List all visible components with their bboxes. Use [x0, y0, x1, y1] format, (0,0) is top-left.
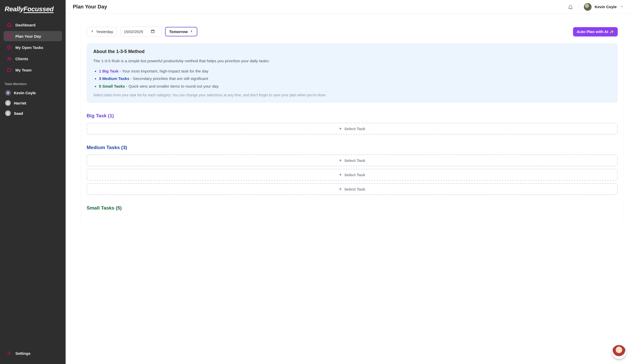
svg-point-1 — [7, 46, 11, 49]
sidebar-item-my-open-tasks[interactable]: My Open Tasks — [4, 42, 62, 53]
divider — [578, 3, 579, 11]
avatar — [5, 90, 11, 96]
user-name: Kevin Coyle — [595, 5, 617, 9]
app-logo: ReallyFocussed — [5, 5, 61, 13]
plus-icon: + — [339, 126, 342, 131]
section-title: Small Tasks (5) — [87, 205, 618, 211]
sidebar: ReallyFocussed Dashboard Plan Your Day M… — [0, 0, 66, 364]
page-title: Plan Your Day — [73, 4, 107, 10]
info-rest: - Your most important, high-impact task … — [118, 69, 208, 73]
check-circle-icon — [7, 45, 12, 50]
select-task-slot[interactable]: + Select Task — [87, 183, 618, 195]
big-task-section: Big Task (1) + Select Task — [87, 113, 618, 134]
button-label: Yesterday — [96, 29, 113, 34]
slot-label: Select Task — [344, 187, 365, 191]
svg-point-5 — [7, 112, 9, 113]
sidebar-item-label: Settings — [15, 351, 30, 356]
date-input[interactable]: 15/02/2025 — [120, 27, 161, 37]
svg-rect-0 — [7, 35, 11, 38]
info-intro: The 1-3-5 Rule is a simple but powerful … — [93, 58, 611, 64]
section-title: Big Task (1) — [87, 113, 618, 119]
users-icon — [7, 56, 12, 61]
member-name: Saad — [14, 111, 23, 116]
svg-point-3 — [10, 58, 11, 59]
info-list: 1 Big Task - Your most important, high-i… — [99, 67, 611, 90]
svg-point-6 — [9, 353, 10, 354]
sidebar-item-settings[interactable]: Settings — [4, 348, 62, 358]
medium-tasks-section: Medium Tasks (3) + Select Task + Select … — [87, 145, 618, 195]
info-footer: Select tasks from your task list for eac… — [93, 93, 611, 97]
gear-icon — [7, 351, 12, 356]
member-name: Kevin Coyle — [14, 91, 36, 95]
logo-part1: Really — [5, 5, 24, 13]
date-value: 15/02/2025 — [124, 29, 143, 34]
team-member-harriet[interactable]: Harriet — [4, 99, 62, 107]
team-member-saad[interactable]: Saad — [4, 109, 62, 118]
avatar — [584, 3, 592, 11]
list-item: 5 Small Tasks - Quick wins and smaller i… — [99, 82, 611, 90]
info-panel: About the 1-3-5 Method The 1-3-5 Rule is… — [87, 43, 618, 103]
chevron-right-icon — [190, 29, 193, 34]
small-tasks-section: Small Tasks (5) — [87, 205, 618, 211]
team-member-kevin[interactable]: Kevin Coyle — [4, 88, 62, 97]
help-assistant-button[interactable] — [612, 345, 626, 359]
info-title: About the 1-3-5 Method — [93, 49, 611, 54]
sidebar-item-label: Clients — [15, 57, 28, 61]
chevron-down-icon — [620, 4, 624, 9]
chevron-left-icon — [90, 29, 94, 34]
slot-label: Select Task — [344, 127, 365, 131]
slot-label: Select Task — [344, 173, 365, 177]
select-task-slot[interactable]: + Select Task — [87, 169, 618, 181]
slot-label: Select Task — [344, 158, 365, 163]
button-label: Tomorrow — [169, 29, 188, 34]
select-task-slot[interactable]: + Select Task — [87, 154, 618, 166]
team-members-label: Team Members — [5, 82, 61, 86]
bell-icon[interactable] — [568, 4, 573, 10]
logo-part2: Focussed — [24, 5, 54, 13]
sidebar-item-dashboard[interactable]: Dashboard — [4, 20, 62, 30]
info-rest: - Quick wins and smaller items to round … — [125, 84, 218, 88]
plus-icon: + — [339, 158, 342, 163]
sidebar-item-label: Plan Your Day — [15, 34, 41, 38]
sidebar-item-label: Dashboard — [15, 23, 35, 27]
calendar-icon — [7, 34, 12, 39]
sidebar-item-my-team[interactable]: My Team — [4, 65, 62, 75]
yesterday-button[interactable]: Yesterday — [87, 27, 117, 36]
info-bold: 5 Small Tasks — [99, 84, 125, 88]
calendar-icon — [151, 29, 155, 34]
sidebar-item-label: My Team — [15, 68, 32, 72]
plus-icon: + — [339, 187, 342, 191]
plus-icon: + — [339, 172, 342, 177]
folder-icon — [7, 67, 12, 72]
svg-rect-7 — [151, 30, 154, 33]
sidebar-item-label: My Open Tasks — [15, 45, 43, 50]
auto-plan-button[interactable]: Auto Plan with AI ✨ — [573, 27, 618, 36]
list-item: 1 Big Task - Your most important, high-i… — [99, 67, 611, 75]
main-card: Yesterday 15/02/2025 Tomorrow — [81, 21, 623, 225]
svg-point-4 — [7, 102, 9, 103]
topbar: Plan Your Day Kevin Coyle — [66, 0, 631, 14]
button-label: Auto Plan with AI ✨ — [577, 29, 614, 34]
sidebar-item-plan-your-day[interactable]: Plan Your Day — [4, 31, 62, 41]
member-name: Harriet — [14, 101, 26, 105]
select-task-slot[interactable]: + Select Task — [87, 123, 618, 134]
tomorrow-button[interactable]: Tomorrow — [165, 27, 197, 36]
info-bold: 1 Big Task — [99, 69, 118, 73]
avatar — [5, 100, 11, 106]
list-item: 3 Medium Tasks - Secondary priorities th… — [99, 75, 611, 82]
info-bold: 3 Medium Tasks — [99, 76, 129, 81]
section-title: Medium Tasks (3) — [87, 145, 618, 150]
date-toolbar: Yesterday 15/02/2025 Tomorrow — [87, 27, 618, 37]
user-menu[interactable]: Kevin Coyle — [584, 3, 624, 11]
home-icon — [7, 22, 12, 27]
svg-point-2 — [8, 57, 9, 59]
avatar — [5, 110, 11, 116]
info-rest: - Secondary priorities that are still si… — [129, 76, 208, 81]
sidebar-item-clients[interactable]: Clients — [4, 54, 62, 64]
